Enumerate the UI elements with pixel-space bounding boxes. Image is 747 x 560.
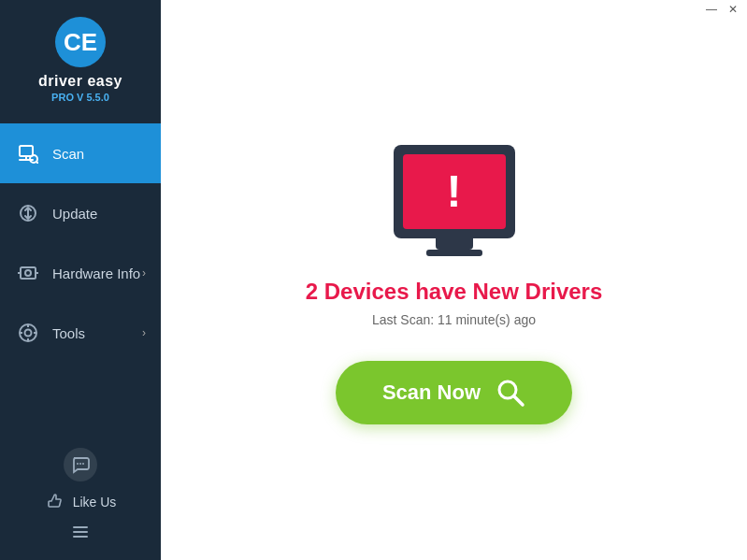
sidebar-nav: Scan Update bbox=[0, 123, 161, 437]
sidebar-item-tools-label: Tools bbox=[52, 325, 142, 341]
svg-line-26 bbox=[514, 396, 523, 405]
svg-point-10 bbox=[25, 270, 31, 276]
minimize-button[interactable]: — bbox=[706, 4, 717, 15]
app-version: PRO V 5.5.0 bbox=[51, 92, 109, 103]
chat-button[interactable] bbox=[64, 448, 97, 481]
alert-title: 2 Devices have New Drivers bbox=[306, 279, 603, 305]
app-logo-icon: CE bbox=[55, 17, 106, 67]
sidebar-logo: CE driver easy PRO V 5.5.0 bbox=[0, 0, 161, 116]
sidebar-item-hardware-info[interactable]: Hardware Info › bbox=[0, 243, 161, 303]
sidebar-item-update-label: Update bbox=[52, 206, 146, 222]
monitor-stand bbox=[436, 238, 473, 250]
like-us-item[interactable]: Like Us bbox=[45, 493, 117, 511]
scan-now-label: Scan Now bbox=[382, 381, 481, 405]
svg-point-19 bbox=[77, 463, 79, 465]
tools-arrow-icon: › bbox=[142, 326, 146, 339]
last-scan-label: Last Scan: 11 minute(s) ago bbox=[372, 312, 536, 327]
monitor-screen: ! bbox=[403, 154, 506, 229]
svg-rect-2 bbox=[20, 146, 33, 156]
close-button[interactable]: ✕ bbox=[728, 4, 738, 15]
sidebar-bottom: Like Us bbox=[0, 437, 161, 560]
scan-now-button[interactable]: Scan Now bbox=[336, 361, 572, 424]
hardware-info-nav-icon bbox=[15, 260, 41, 286]
svg-line-6 bbox=[36, 162, 38, 164]
monitor-illustration: ! bbox=[394, 145, 515, 256]
main-content: ! 2 Devices have New Drivers Last Scan: … bbox=[161, 0, 747, 560]
titlebar: — ✕ bbox=[691, 0, 747, 19]
svg-rect-9 bbox=[21, 267, 36, 279]
sidebar-item-scan[interactable]: Scan bbox=[0, 123, 161, 183]
svg-text:CE: CE bbox=[64, 28, 97, 56]
monitor-base bbox=[426, 250, 482, 256]
scan-search-icon bbox=[496, 378, 525, 408]
hardware-info-arrow-icon: › bbox=[142, 266, 146, 280]
svg-point-14 bbox=[25, 330, 32, 337]
sidebar-item-scan-label: Scan bbox=[52, 146, 146, 162]
update-nav-icon bbox=[15, 200, 41, 226]
app-name: driver easy bbox=[38, 73, 122, 90]
tools-nav-icon bbox=[15, 320, 41, 346]
scan-nav-icon bbox=[15, 140, 41, 166]
sidebar-item-hardware-info-label: Hardware Info bbox=[52, 266, 142, 281]
sidebar-item-update[interactable]: Update bbox=[0, 183, 161, 243]
sidebar-item-tools[interactable]: Tools › bbox=[0, 303, 161, 363]
like-us-label: Like Us bbox=[73, 495, 117, 510]
svg-point-21 bbox=[82, 463, 84, 465]
monitor-body: ! bbox=[394, 145, 515, 238]
svg-point-20 bbox=[79, 463, 81, 465]
chat-icon bbox=[71, 455, 90, 474]
list-icon[interactable] bbox=[71, 523, 90, 545]
sidebar: CE driver easy PRO V 5.5.0 Scan bbox=[0, 0, 161, 560]
exclamation-icon: ! bbox=[447, 169, 462, 214]
thumbs-up-icon bbox=[45, 493, 64, 511]
